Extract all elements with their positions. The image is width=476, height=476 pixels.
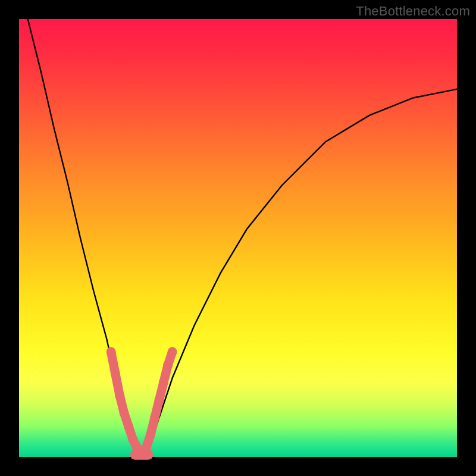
- plot-area: [19, 19, 457, 457]
- svg-point-7: [111, 369, 120, 378]
- chart-svg: [19, 19, 457, 457]
- svg-point-11: [128, 435, 137, 444]
- svg-point-20: [146, 430, 155, 440]
- highlight-beads: [107, 347, 177, 455]
- svg-point-24: [163, 360, 173, 369]
- svg-point-25: [168, 347, 177, 356]
- svg-point-6: [107, 347, 116, 356]
- svg-point-21: [150, 413, 159, 422]
- watermark-text: TheBottleneck.com: [356, 4, 470, 19]
- svg-point-23: [159, 378, 168, 387]
- svg-point-8: [115, 391, 124, 400]
- svg-point-9: [120, 408, 129, 418]
- svg-point-22: [155, 395, 164, 405]
- v-curve-path: [28, 19, 457, 457]
- chart-frame: TheBottleneck.com: [0, 0, 476, 476]
- svg-point-10: [124, 421, 133, 431]
